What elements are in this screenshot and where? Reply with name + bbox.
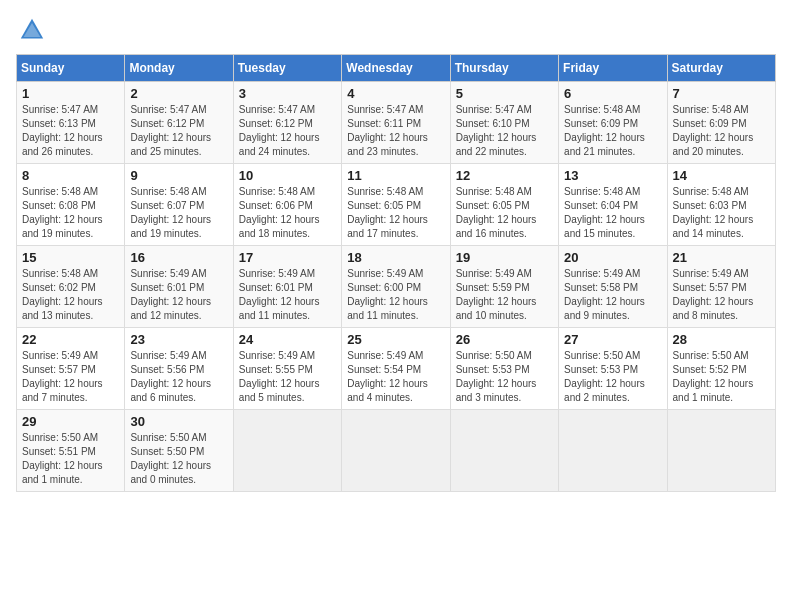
daylight-hours: Daylight: 12 hours and 13 minutes.: [22, 296, 103, 321]
logo-icon: [18, 16, 46, 44]
sunset-time: Sunset: 5:57 PM: [22, 364, 96, 375]
table-row: 30 Sunrise: 5:50 AM Sunset: 5:50 PM Dayl…: [125, 410, 233, 492]
day-info: Sunrise: 5:47 AM Sunset: 6:12 PM Dayligh…: [239, 103, 336, 159]
sunset-time: Sunset: 6:01 PM: [239, 282, 313, 293]
day-number: 3: [239, 86, 336, 101]
table-row: 16 Sunrise: 5:49 AM Sunset: 6:01 PM Dayl…: [125, 246, 233, 328]
day-number: 2: [130, 86, 227, 101]
day-info: Sunrise: 5:48 AM Sunset: 6:08 PM Dayligh…: [22, 185, 119, 241]
daylight-hours: Daylight: 12 hours and 10 minutes.: [456, 296, 537, 321]
day-number: 15: [22, 250, 119, 265]
sunrise-time: Sunrise: 5:49 AM: [130, 350, 206, 361]
table-row: 8 Sunrise: 5:48 AM Sunset: 6:08 PM Dayli…: [17, 164, 125, 246]
table-row: 24 Sunrise: 5:49 AM Sunset: 5:55 PM Dayl…: [233, 328, 341, 410]
table-row: 4 Sunrise: 5:47 AM Sunset: 6:11 PM Dayli…: [342, 82, 450, 164]
daylight-hours: Daylight: 12 hours and 24 minutes.: [239, 132, 320, 157]
table-row: 12 Sunrise: 5:48 AM Sunset: 6:05 PM Dayl…: [450, 164, 558, 246]
day-number: 18: [347, 250, 444, 265]
table-row: 25 Sunrise: 5:49 AM Sunset: 5:54 PM Dayl…: [342, 328, 450, 410]
table-row: 3 Sunrise: 5:47 AM Sunset: 6:12 PM Dayli…: [233, 82, 341, 164]
sunrise-time: Sunrise: 5:47 AM: [130, 104, 206, 115]
daylight-hours: Daylight: 12 hours and 2 minutes.: [564, 378, 645, 403]
day-info: Sunrise: 5:48 AM Sunset: 6:04 PM Dayligh…: [564, 185, 661, 241]
day-info: Sunrise: 5:48 AM Sunset: 6:07 PM Dayligh…: [130, 185, 227, 241]
sunset-time: Sunset: 6:09 PM: [673, 118, 747, 129]
day-info: Sunrise: 5:48 AM Sunset: 6:03 PM Dayligh…: [673, 185, 770, 241]
daylight-hours: Daylight: 12 hours and 17 minutes.: [347, 214, 428, 239]
sunset-time: Sunset: 5:58 PM: [564, 282, 638, 293]
table-row: 6 Sunrise: 5:48 AM Sunset: 6:09 PM Dayli…: [559, 82, 667, 164]
sunrise-time: Sunrise: 5:48 AM: [673, 104, 749, 115]
sunset-time: Sunset: 6:06 PM: [239, 200, 313, 211]
daylight-hours: Daylight: 12 hours and 21 minutes.: [564, 132, 645, 157]
day-info: Sunrise: 5:49 AM Sunset: 5:58 PM Dayligh…: [564, 267, 661, 323]
sunrise-time: Sunrise: 5:48 AM: [564, 186, 640, 197]
sunset-time: Sunset: 6:05 PM: [456, 200, 530, 211]
day-info: Sunrise: 5:48 AM Sunset: 6:09 PM Dayligh…: [673, 103, 770, 159]
sunrise-time: Sunrise: 5:49 AM: [22, 350, 98, 361]
day-number: 20: [564, 250, 661, 265]
day-info: Sunrise: 5:50 AM Sunset: 5:53 PM Dayligh…: [456, 349, 553, 405]
table-row: [342, 410, 450, 492]
day-info: Sunrise: 5:49 AM Sunset: 5:57 PM Dayligh…: [22, 349, 119, 405]
day-info: Sunrise: 5:50 AM Sunset: 5:52 PM Dayligh…: [673, 349, 770, 405]
sunrise-time: Sunrise: 5:47 AM: [22, 104, 98, 115]
sunrise-time: Sunrise: 5:47 AM: [456, 104, 532, 115]
daylight-hours: Daylight: 12 hours and 19 minutes.: [22, 214, 103, 239]
sunrise-time: Sunrise: 5:49 AM: [347, 350, 423, 361]
day-number: 22: [22, 332, 119, 347]
day-number: 10: [239, 168, 336, 183]
day-info: Sunrise: 5:48 AM Sunset: 6:05 PM Dayligh…: [456, 185, 553, 241]
day-number: 26: [456, 332, 553, 347]
day-number: 1: [22, 86, 119, 101]
day-info: Sunrise: 5:47 AM Sunset: 6:13 PM Dayligh…: [22, 103, 119, 159]
sunrise-time: Sunrise: 5:50 AM: [130, 432, 206, 443]
col-thursday: Thursday: [450, 55, 558, 82]
day-info: Sunrise: 5:48 AM Sunset: 6:05 PM Dayligh…: [347, 185, 444, 241]
daylight-hours: Daylight: 12 hours and 1 minute.: [22, 460, 103, 485]
day-number: 14: [673, 168, 770, 183]
sunset-time: Sunset: 5:53 PM: [456, 364, 530, 375]
calendar-header-row: Sunday Monday Tuesday Wednesday Thursday…: [17, 55, 776, 82]
daylight-hours: Daylight: 12 hours and 15 minutes.: [564, 214, 645, 239]
sunrise-time: Sunrise: 5:50 AM: [673, 350, 749, 361]
sunset-time: Sunset: 5:54 PM: [347, 364, 421, 375]
day-info: Sunrise: 5:47 AM Sunset: 6:11 PM Dayligh…: [347, 103, 444, 159]
day-info: Sunrise: 5:49 AM Sunset: 5:55 PM Dayligh…: [239, 349, 336, 405]
daylight-hours: Daylight: 12 hours and 22 minutes.: [456, 132, 537, 157]
day-number: 27: [564, 332, 661, 347]
table-row: 10 Sunrise: 5:48 AM Sunset: 6:06 PM Dayl…: [233, 164, 341, 246]
daylight-hours: Daylight: 12 hours and 11 minutes.: [347, 296, 428, 321]
table-row: 28 Sunrise: 5:50 AM Sunset: 5:52 PM Dayl…: [667, 328, 775, 410]
daylight-hours: Daylight: 12 hours and 19 minutes.: [130, 214, 211, 239]
sunrise-time: Sunrise: 5:50 AM: [22, 432, 98, 443]
day-info: Sunrise: 5:49 AM Sunset: 5:57 PM Dayligh…: [673, 267, 770, 323]
table-row: 5 Sunrise: 5:47 AM Sunset: 6:10 PM Dayli…: [450, 82, 558, 164]
sunrise-time: Sunrise: 5:48 AM: [130, 186, 206, 197]
day-number: 8: [22, 168, 119, 183]
daylight-hours: Daylight: 12 hours and 0 minutes.: [130, 460, 211, 485]
sunset-time: Sunset: 5:57 PM: [673, 282, 747, 293]
day-info: Sunrise: 5:48 AM Sunset: 6:09 PM Dayligh…: [564, 103, 661, 159]
table-row: [233, 410, 341, 492]
sunset-time: Sunset: 6:00 PM: [347, 282, 421, 293]
day-number: 23: [130, 332, 227, 347]
sunrise-time: Sunrise: 5:49 AM: [564, 268, 640, 279]
table-row: 17 Sunrise: 5:49 AM Sunset: 6:01 PM Dayl…: [233, 246, 341, 328]
sunrise-time: Sunrise: 5:48 AM: [239, 186, 315, 197]
table-row: [559, 410, 667, 492]
sunset-time: Sunset: 5:56 PM: [130, 364, 204, 375]
sunrise-time: Sunrise: 5:47 AM: [347, 104, 423, 115]
sunset-time: Sunset: 5:55 PM: [239, 364, 313, 375]
calendar-row: 15 Sunrise: 5:48 AM Sunset: 6:02 PM Dayl…: [17, 246, 776, 328]
sunset-time: Sunset: 5:51 PM: [22, 446, 96, 457]
sunrise-time: Sunrise: 5:49 AM: [347, 268, 423, 279]
day-number: 21: [673, 250, 770, 265]
sunset-time: Sunset: 6:11 PM: [347, 118, 421, 129]
page-header: [16, 16, 776, 44]
sunset-time: Sunset: 6:10 PM: [456, 118, 530, 129]
sunset-time: Sunset: 6:03 PM: [673, 200, 747, 211]
sunset-time: Sunset: 5:52 PM: [673, 364, 747, 375]
day-number: 17: [239, 250, 336, 265]
table-row: 13 Sunrise: 5:48 AM Sunset: 6:04 PM Dayl…: [559, 164, 667, 246]
